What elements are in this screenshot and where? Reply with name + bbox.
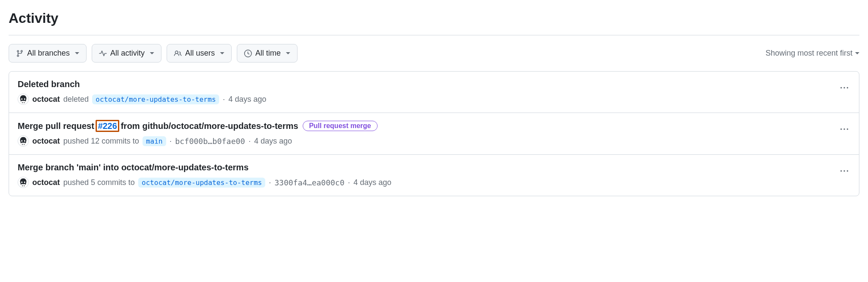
octocat-avatar-icon <box>18 136 28 146</box>
clock-icon <box>244 50 252 57</box>
chevron-down-icon <box>150 52 154 54</box>
kebab-icon <box>840 84 848 92</box>
username-link[interactable]: octocat <box>32 137 60 146</box>
filter-users[interactable]: All users <box>167 44 232 63</box>
chevron-down-icon <box>286 52 290 54</box>
sort-order-button[interactable]: Showing most recent first <box>766 49 859 58</box>
activity-item: Deleted branch octocat deleted octocat/m… <box>9 72 859 113</box>
avatar[interactable] <box>18 135 29 147</box>
filter-branches[interactable]: All branches <box>9 44 87 63</box>
sort-order-label: Showing most recent first <box>766 49 852 58</box>
kebab-icon <box>840 167 848 175</box>
avatar[interactable] <box>18 94 29 105</box>
filter-time[interactable]: All time <box>237 44 298 63</box>
activity-title: Merge branch 'main' into octocat/more-up… <box>18 163 248 172</box>
branch-tag[interactable]: octocat/more-updates-to-terms <box>138 178 265 188</box>
kebab-menu[interactable] <box>837 122 851 136</box>
chevron-down-icon <box>220 52 224 54</box>
pr-merge-badge: Pull request merge <box>303 121 378 131</box>
chevron-down-icon <box>75 52 79 54</box>
timestamp: 4 days ago <box>353 178 391 187</box>
action-text: pushed 12 commits to <box>63 137 139 146</box>
activity-title-row: Deleted branch <box>18 79 850 89</box>
separator: · <box>248 137 251 146</box>
filter-time-label: All time <box>255 48 281 59</box>
action-text: pushed 5 commits to <box>63 178 135 187</box>
filter-activity-label: All activity <box>110 48 145 59</box>
title-prefix: Merge pull request <box>18 121 96 131</box>
activity-title-row: Merge pull request #226 from github/octo… <box>18 121 850 131</box>
commit-range-link[interactable]: bcf000b…b0fae00 <box>175 137 245 146</box>
octocat-avatar-icon <box>18 177 28 188</box>
commit-range-link[interactable]: 3300fa4…ea000c0 <box>274 178 344 187</box>
activity-title: Deleted branch <box>18 79 80 89</box>
separator: · <box>348 178 350 187</box>
username-link[interactable]: octocat <box>32 95 60 104</box>
people-icon <box>174 50 182 57</box>
filter-branches-label: All branches <box>27 48 70 59</box>
octocat-avatar-icon <box>18 94 28 104</box>
activity-title-row: Merge branch 'main' into octocat/more-up… <box>18 163 850 172</box>
separator: · <box>223 95 225 104</box>
username-link[interactable]: octocat <box>32 178 60 187</box>
avatar[interactable] <box>18 177 29 188</box>
filters-row: All branches All activity All users All … <box>9 35 859 71</box>
pr-number-link[interactable]: #226 <box>96 120 119 132</box>
activity-item: Merge pull request #226 from github/octo… <box>9 113 859 155</box>
action-text: deleted <box>63 95 89 104</box>
title-prefix: Deleted branch <box>18 79 80 89</box>
activity-list: Deleted branch octocat deleted octocat/m… <box>9 71 859 196</box>
kebab-icon <box>840 125 848 133</box>
filter-activity[interactable]: All activity <box>92 44 161 63</box>
kebab-menu[interactable] <box>837 81 851 95</box>
title-prefix: Merge branch 'main' into octocat/more-up… <box>18 163 248 172</box>
page-title: Activity <box>9 10 859 26</box>
activity-meta: octocat pushed 5 commits to octocat/more… <box>18 177 850 188</box>
git-branch-icon <box>16 50 24 57</box>
title-suffix: from github/octocat/more-updates-to-term… <box>118 121 298 131</box>
activity-meta: octocat deleted octocat/more-updates-to-… <box>18 94 850 105</box>
page-header: Activity <box>9 0 859 35</box>
separator: · <box>269 178 271 187</box>
chevron-down-icon <box>855 52 859 54</box>
activity-meta: octocat pushed 12 commits to main · bcf0… <box>18 135 850 147</box>
pulse-icon <box>99 50 107 57</box>
filter-users-label: All users <box>185 48 215 59</box>
activity-item: Merge branch 'main' into octocat/more-up… <box>9 155 859 196</box>
kebab-menu[interactable] <box>837 164 851 178</box>
branch-tag[interactable]: octocat/more-updates-to-terms <box>92 94 219 104</box>
activity-title: Merge pull request #226 from github/octo… <box>18 121 298 131</box>
separator: · <box>170 137 172 146</box>
timestamp: 4 days ago <box>254 137 292 146</box>
timestamp: 4 days ago <box>228 95 266 104</box>
branch-tag[interactable]: main <box>143 136 166 146</box>
